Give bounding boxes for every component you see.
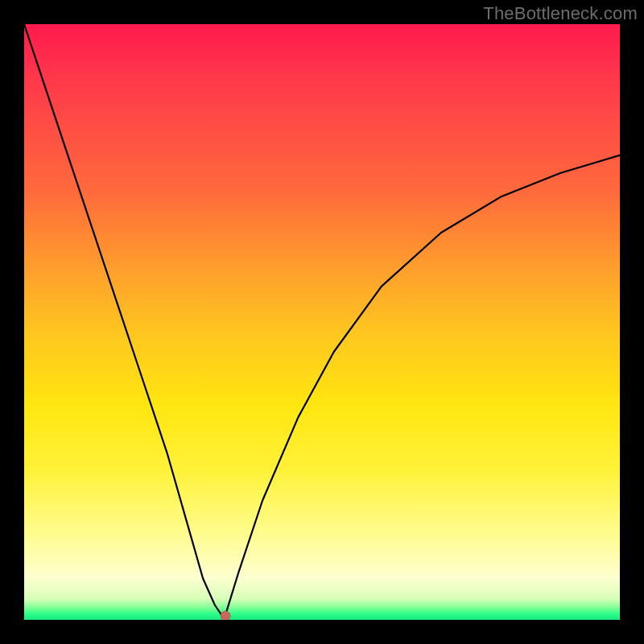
plot-area	[24, 24, 620, 620]
chart-frame: TheBottleneck.com	[0, 0, 644, 644]
minimum-marker-dot	[221, 611, 231, 620]
watermark-text: TheBottleneck.com	[483, 3, 638, 24]
bottleneck-curve	[24, 24, 620, 618]
curve-layer	[24, 24, 620, 620]
